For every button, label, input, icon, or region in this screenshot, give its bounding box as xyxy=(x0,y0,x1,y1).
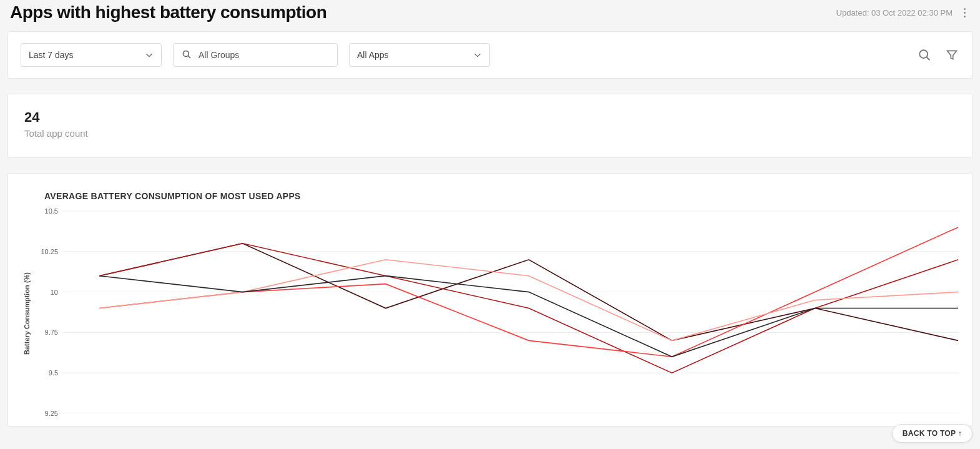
search-icon xyxy=(181,49,192,62)
chart-y-tick: 10.5 xyxy=(45,207,58,215)
chart-series-line xyxy=(99,260,958,341)
svg-point-0 xyxy=(183,51,189,56)
group-search-placeholder: All Groups xyxy=(198,50,239,60)
search-button[interactable] xyxy=(917,47,932,62)
chevron-down-icon xyxy=(145,51,154,59)
chart-card: AVERAGE BATTERY CONSUMPTION OF MOST USED… xyxy=(7,173,973,427)
chevron-down-icon xyxy=(473,51,482,59)
apps-dropdown[interactable]: All Apps xyxy=(349,43,490,67)
kpi-value: 24 xyxy=(24,109,956,126)
filter-button[interactable] xyxy=(944,47,959,62)
date-range-dropdown[interactable]: Last 7 days xyxy=(21,43,162,67)
chart-y-tick: 10.25 xyxy=(41,248,58,255)
chart-y-tick: 9.25 xyxy=(45,410,58,417)
filter-bar: Last 7 days All Groups All Apps xyxy=(8,32,972,78)
chart-y-axis-label: Battery Consumption (%) xyxy=(23,272,31,355)
back-to-top-button[interactable]: BACK TO TOP ↑ xyxy=(892,424,973,443)
kpi-card: 24 Total app count xyxy=(7,94,973,158)
svg-line-1 xyxy=(188,56,190,58)
more-menu-button[interactable] xyxy=(959,4,970,21)
chart-y-tick: 9.5 xyxy=(49,369,58,377)
svg-point-2 xyxy=(919,50,928,58)
chart-y-ticks: 10.510.25109.759.59.25 xyxy=(33,207,62,420)
page-header: Apps with highest battery consumption Up… xyxy=(7,0,973,31)
chart-y-tick: 10 xyxy=(51,289,58,296)
group-search-input[interactable]: All Groups xyxy=(173,43,338,67)
svg-marker-4 xyxy=(948,51,957,59)
page-title: Apps with highest battery consumption xyxy=(10,2,326,22)
svg-line-3 xyxy=(926,57,929,60)
kpi-label: Total app count xyxy=(24,128,956,139)
updated-timestamp: Updated: 03 Oct 2022 02:30 PM xyxy=(836,8,953,17)
chart: Battery Consumption (%) 10.510.25109.759… xyxy=(21,207,959,420)
apps-value: All Apps xyxy=(357,50,389,60)
chart-series-line xyxy=(99,276,958,357)
chart-y-tick: 9.75 xyxy=(45,328,58,336)
chart-title: AVERAGE BATTERY CONSUMPTION OF MOST USED… xyxy=(44,191,959,201)
chart-plot-area xyxy=(62,207,959,420)
filter-card: Last 7 days All Groups All Apps xyxy=(7,31,973,79)
date-range-value: Last 7 days xyxy=(29,50,74,60)
